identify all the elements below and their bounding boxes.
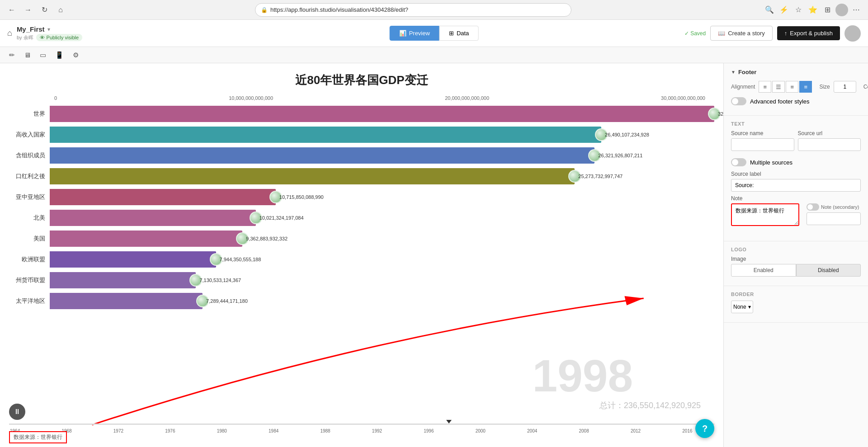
- x-axis: 0 10,000,000,000,000 20,000,000,000,000 …: [9, 95, 714, 101]
- bar-track: 10,021,324,197,084: [50, 210, 714, 226]
- tablet-icon[interactable]: ▭: [38, 49, 48, 61]
- image-disabled-button[interactable]: Disabled: [796, 264, 861, 277]
- profile-avatar[interactable]: [835, 4, 848, 16]
- project-info: My_First ▾ by 余晖 👁 Publicly visible: [17, 25, 82, 41]
- table-row: 含组织成员26,321,926,807,211: [9, 146, 714, 165]
- bar-value: 25,273,732,997,747: [578, 174, 623, 179]
- source-name-input[interactable]: [731, 138, 794, 151]
- table-row: 高收入国家26,490,107,234,928: [9, 125, 714, 144]
- home-icon[interactable]: ⌂: [7, 28, 12, 38]
- note-secondary-label: Note (secondary): [821, 204, 859, 210]
- play-button[interactable]: ⏸: [9, 404, 25, 420]
- collapse-icon[interactable]: ▼: [731, 70, 736, 75]
- text-section: TEXT Source name Source url Multiple sou…: [724, 116, 868, 241]
- search-icon[interactable]: 🔍: [763, 4, 776, 16]
- more-icon[interactable]: ⋯: [850, 4, 863, 16]
- source-fields: Source name Source url: [731, 130, 861, 155]
- editor-toolbar: ✏ 🖥 ▭ 📱 ⚙: [0, 47, 868, 63]
- bar-fill: 10,715,850,088,990: [50, 189, 276, 205]
- alignment-label: Alignment: [731, 84, 755, 90]
- settings-icon[interactable]: ⚙: [71, 49, 80, 61]
- project-title: My_First: [17, 25, 45, 33]
- bar-label: 高收入国家: [9, 131, 50, 139]
- bar-track: 9,362,883,932,332: [50, 231, 714, 247]
- align-center-button[interactable]: ☰: [772, 81, 785, 93]
- project-author: by 余晖: [17, 34, 33, 41]
- help-button[interactable]: ?: [695, 419, 714, 438]
- browser-chrome: ← → ↻ ⌂ 🔒 https://app.flourish.studio/vi…: [0, 0, 868, 20]
- year-watermark: 1998: [533, 350, 633, 402]
- source-url-input[interactable]: [798, 138, 861, 151]
- logo-section: LOGO Image Enabled Disabled: [724, 241, 868, 286]
- border-select[interactable]: None ▾: [731, 301, 753, 313]
- bar-fill: 7,944,350,555,188: [50, 251, 216, 268]
- bar-label: 亚中亚地区: [9, 193, 50, 201]
- timeline-marker: [446, 420, 452, 423]
- multiple-sources-toggle[interactable]: [731, 158, 746, 166]
- tab-data[interactable]: ⊞ Data: [439, 26, 478, 41]
- home-button[interactable]: ⌂: [54, 4, 67, 16]
- image-enabled-button[interactable]: Enabled: [731, 264, 796, 277]
- alignment-row: Alignment ≡ ☰ ≡ ≡ Size Color: [731, 81, 861, 93]
- timeline-track[interactable]: [9, 423, 714, 425]
- logo-section-label: LOGO: [731, 247, 861, 252]
- tab-manager-icon[interactable]: ⊞: [821, 4, 834, 16]
- note-group: Note: [731, 195, 799, 231]
- bar-track: 25,273,732,997,747: [50, 168, 714, 184]
- bar-track: 32,010,747,932: [50, 106, 714, 122]
- chart-area: 近80年世界各国GDP变迁 0 10,000,000,000,000 20,00…: [0, 63, 723, 447]
- table-row: 口红利之後25,273,732,997,747: [9, 167, 714, 186]
- source-name-group: Source name: [731, 130, 794, 155]
- tab-preview[interactable]: 📊 Preview: [390, 26, 439, 41]
- size-input[interactable]: [834, 81, 856, 93]
- advanced-footer-toggle[interactable]: [731, 97, 746, 105]
- user-avatar[interactable]: [844, 25, 861, 42]
- bar-value: 7,289,444,171,180: [206, 298, 248, 304]
- url-text: https://app.flourish.studio/visualisatio…: [270, 6, 408, 13]
- favorites-icon[interactable]: ⭐: [807, 4, 819, 16]
- lock-icon: 🔒: [261, 7, 268, 13]
- align-justify-button[interactable]: ≡: [799, 81, 812, 93]
- source-label-input[interactable]: [731, 179, 861, 192]
- bar-value: 9,362,883,932,332: [246, 236, 288, 241]
- table-icon: ⊞: [449, 30, 454, 37]
- bar-value: 7,944,350,555,188: [220, 257, 261, 262]
- public-badge: 👁 Publicly visible: [36, 34, 83, 41]
- refresh-button[interactable]: ↻: [38, 4, 51, 16]
- advanced-footer-label: Advanced footer styles: [750, 98, 810, 105]
- dropdown-icon[interactable]: ▾: [47, 26, 50, 33]
- back-button[interactable]: ←: [5, 4, 18, 16]
- extensions-icon[interactable]: ⚡: [778, 4, 790, 16]
- note-textarea[interactable]: [731, 203, 799, 226]
- bar-label: 太平洋地区: [9, 297, 50, 305]
- mobile-icon[interactable]: 📱: [53, 49, 66, 61]
- source-url-label: Source url: [798, 130, 861, 136]
- story-icon: 📖: [718, 30, 725, 37]
- bar-track: 26,321,926,807,211: [50, 147, 714, 164]
- app-topbar: ⌂ My_First ▾ by 余晖 👁 Publicly visible 📊 …: [0, 20, 868, 47]
- table-row: 太平洋地区7,289,444,171,180: [9, 292, 714, 311]
- bar-fill: 32,010,747,932: [50, 106, 714, 122]
- note-secondary-toggle[interactable]: [807, 203, 819, 211]
- note-secondary-knob: [807, 204, 813, 210]
- create-story-button[interactable]: 📖 Create a story: [710, 26, 773, 41]
- bar-track: 7,289,444,171,180: [50, 293, 714, 309]
- table-row: 世界32,010,747,932: [9, 104, 714, 123]
- border-section: BORDER None ▾: [724, 286, 868, 323]
- size-label: Size: [819, 84, 830, 90]
- image-label: Image: [731, 256, 861, 262]
- desktop-icon[interactable]: 🖥: [22, 49, 33, 61]
- address-bar[interactable]: 🔒 https://app.flourish.studio/visualisat…: [255, 3, 571, 17]
- bar-fill: 25,273,732,997,747: [50, 168, 575, 184]
- export-publish-button[interactable]: ↑ Export & publish: [777, 26, 840, 40]
- forward-button[interactable]: →: [22, 4, 34, 16]
- note-secondary-input[interactable]: [807, 212, 861, 225]
- upload-icon: ↑: [784, 30, 788, 37]
- bookmark-icon[interactable]: ☆: [792, 4, 805, 16]
- table-row: 美国9,362,883,932,332: [9, 229, 714, 248]
- align-left-button[interactable]: ≡: [759, 81, 771, 93]
- edit-icon[interactable]: ✏: [7, 49, 17, 61]
- align-right-button[interactable]: ≡: [786, 81, 798, 93]
- border-select-row: None ▾: [731, 301, 861, 313]
- bar-chart: 世界32,010,747,932高收入国家26,490,107,234,928含…: [9, 104, 714, 311]
